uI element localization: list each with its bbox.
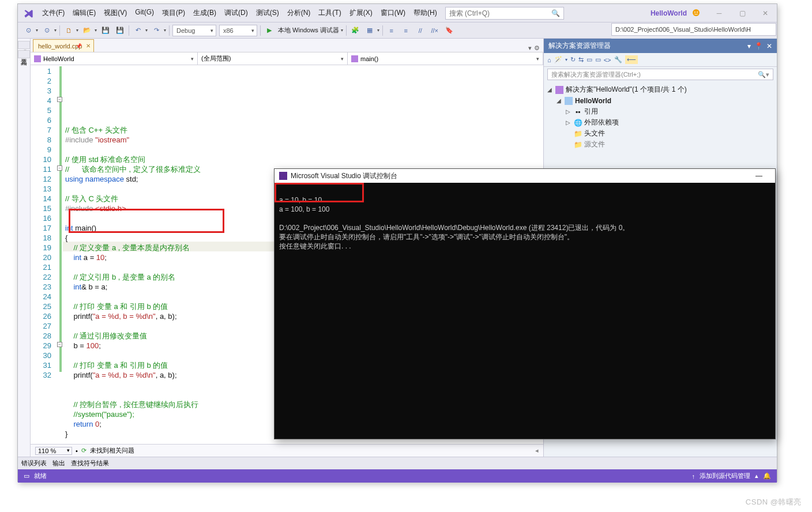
fold-margin[interactable] [55,65,63,444]
menu-help[interactable]: 帮助(H) [410,5,441,21]
sol-sync-icon[interactable]: ⇆ [578,56,584,63]
tree-solution-root[interactable]: ◢ 解决方案"HelloWorld"(1 个项目/共 1 个) [546,84,775,95]
solution-search[interactable]: 搜索解决方案资源管理器(Ctrl+;) 🔍▾ [547,69,773,80]
run-button[interactable]: 本地 Windows 调试器 [278,26,339,35]
sidetab-toolbox[interactable]: 工具箱 [18,50,30,58]
console-minimize-button[interactable]: — [747,172,770,180]
uncomment-icon[interactable]: //× [429,25,441,36]
platform-combo[interactable]: x86 [219,25,257,36]
undo-icon[interactable]: ↶ [132,25,144,36]
menu-view[interactable]: 视图(V) [100,5,130,21]
console-line: a = 100, b = 100 [279,205,329,213]
indent-left-icon[interactable]: ≡ [386,25,397,36]
code-line: // 包含 C++ 头文件 [65,126,127,134]
sol-showall-icon[interactable]: ▭ [595,56,601,63]
solution-toolbar: ⌂ 🪄▾ ↻ ⇆ ▭ ▭ <> 🔧 ⟵ [544,53,777,67]
sol-view-icon[interactable]: ⟵ [625,55,638,64]
save-icon[interactable]: 💾 [100,25,111,36]
search-input[interactable] [449,9,551,17]
collapse-icon[interactable]: ◢ [555,97,562,104]
menu-project[interactable]: 项目(P) [159,5,189,21]
indent-right-icon[interactable]: ≡ [400,25,412,36]
sol-search-clear-icon[interactable]: 🔍▾ [758,71,769,78]
save-all-icon[interactable]: 💾 [114,25,126,36]
bookmark-icon[interactable]: 🔖 [443,25,455,36]
open-icon[interactable]: 📂 [81,25,93,36]
tab-output[interactable]: 输出 [52,459,65,468]
gear-icon[interactable]: ⚙ [534,44,540,52]
home-icon[interactable]: ⌂ [547,57,551,63]
menu-extensions[interactable]: 扩展(X) [346,5,376,21]
tree-sources[interactable]: 📁 源文件 [546,139,775,150]
menu-build[interactable]: 生成(B) [190,5,220,21]
tree-label: 头文件 [584,129,605,138]
panel-dropdown-icon[interactable]: ▾ [747,42,751,50]
svg-rect-6 [565,97,573,105]
pin-icon[interactable]: 📌 [76,43,82,49]
sol-tool-icon[interactable]: 🪄 [554,56,562,63]
nav-member[interactable]: main() [348,52,543,65]
menu-git[interactable]: Git(G) [131,5,157,21]
menu-analyze[interactable]: 分析(N) [284,5,314,21]
feedback-icon[interactable] [691,8,702,18]
forward-icon[interactable]: ⊙ [41,25,52,36]
nav-scope[interactable]: (全局范围) [198,52,348,65]
debug-console-window: Microsoft Visual Studio 调试控制台 — a = 10, … [274,168,776,439]
menu-tools[interactable]: 工具(T) [315,5,344,21]
tool-icon-1[interactable]: 🧩 [349,25,361,36]
comment-icon[interactable]: // [415,25,426,36]
new-project-icon[interactable]: 🗋 [63,25,74,36]
console-titlebar[interactable]: Microsoft Visual Studio 调试控制台 — [275,169,775,183]
close-button[interactable]: ✕ [754,4,777,22]
tree-project[interactable]: ◢ HelloWorld [546,95,775,106]
console-title: Microsoft Visual Studio 调试控制台 [291,171,397,181]
watermark: CSDN @韩曙亮 [746,497,802,507]
nav-project[interactable]: HelloWorld [31,52,198,65]
quick-search[interactable]: 🔍 [445,7,564,20]
redo-icon[interactable]: ↷ [151,25,162,36]
nav-member-label: main() [360,55,378,62]
minimize-button[interactable]: ─ [708,4,731,22]
maximize-button[interactable]: ▢ [731,4,754,22]
tab-error-list[interactable]: 错误列表 [21,459,47,468]
sol-collapse-icon[interactable]: ▭ [587,56,592,63]
dropdown-icon[interactable]: ▾ [528,44,532,52]
tab-find-symbol[interactable]: 查找符号结果 [71,459,109,468]
file-tab-active[interactable]: hello_world.cpp 📌 ✕ [33,39,94,52]
status-scm[interactable]: 添加到源代码管理 [700,472,750,480]
menu-edit[interactable]: 编辑(E) [69,5,99,21]
path-bar[interactable]: D:\002_Project\006_Visual_Studio\HelloWo… [611,23,776,36]
tree-external-deps[interactable]: ▷ 🌐 外部依赖项 [546,117,775,128]
highlight-box-code [69,209,224,233]
sol-refresh-icon[interactable]: ↻ [570,56,576,63]
panel-close-icon[interactable]: ✕ [766,42,772,50]
collapse-icon[interactable]: ◢ [546,86,553,93]
nav-bar: HelloWorld (全局范围) main() [31,52,543,65]
menu-test[interactable]: 测试(S) [253,5,283,21]
tree-headers[interactable]: 📁 头文件 [546,128,775,139]
tree-references[interactable]: ▷ ▪▪ 引用 [546,106,775,117]
sol-code-icon[interactable]: <> [604,57,611,63]
expand-icon[interactable]: ▷ [565,108,572,115]
code-line: // 该命名空间中 , 定义了很多标准定义 [65,165,201,174]
panel-pin-icon[interactable]: 📍 [754,42,763,50]
notification-icon[interactable]: 🔔 [763,472,771,480]
issue-indicator-icon[interactable]: ⟳ [81,447,87,454]
sidetab-server-explorer[interactable]: 服务器资源管理器 [18,41,30,49]
sol-properties-icon[interactable]: 🔧 [614,56,622,63]
close-tab-icon[interactable]: ✕ [86,43,91,49]
menu-file[interactable]: 文件(F) [39,5,68,21]
play-icon[interactable]: ▶ [264,25,275,36]
expand-icon[interactable]: ▷ [565,119,572,126]
menu-window[interactable]: 窗口(W) [377,5,409,21]
folder-icon: 📁 [574,130,582,138]
tool-icon-2[interactable]: ▦ [364,25,375,36]
scm-up-icon[interactable]: ↑ [692,473,696,480]
solution-explorer-title: 解决方案资源管理器 ▾📍✕ [544,39,777,53]
menu-debug[interactable]: 调试(D) [221,5,251,21]
config-combo[interactable]: Debug [172,25,216,36]
back-icon[interactable]: ⊙ [22,25,34,36]
zoom-combo[interactable]: 110 % [35,447,72,455]
arrow-left-icon[interactable]: ◂ [535,447,539,454]
svg-rect-5 [555,86,563,94]
